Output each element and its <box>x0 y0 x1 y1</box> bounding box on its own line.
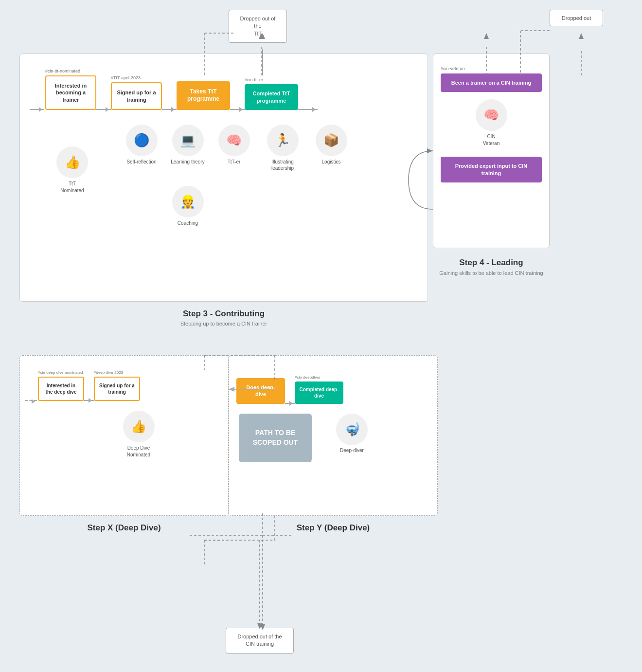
cin-veteran: 🧠 CINVeteran <box>433 99 549 147</box>
node1-wrapper: #cin-ttt-nominated Interested in becomin… <box>45 69 96 110</box>
node4-box[interactable]: Completed TtT programme <box>245 84 298 110</box>
step4-node1-box[interactable]: Been a trainer on a CIN training <box>441 73 542 92</box>
icon-logistics: 📦 Logistics <box>312 125 351 171</box>
channel1-label: #cin-ttt-nominated <box>45 69 96 73</box>
node2-wrapper: #TtT-april-2023 Signed up for a training <box>111 75 162 110</box>
dropout-cin-box: Dropped out of the CIN training <box>226 628 294 654</box>
dd-channel2-label: #deep-dive-2023 <box>94 370 140 375</box>
step4-channel1-label: #cin-veteran <box>441 66 542 71</box>
dd-node1-box[interactable]: Interested in the deep dive <box>38 377 84 401</box>
svg-marker-4 <box>579 33 584 39</box>
svg-marker-15 <box>484 33 489 39</box>
node1-box[interactable]: Interested in becoming a trainer <box>45 75 96 110</box>
node2-box[interactable]: Signed up for a training <box>111 82 162 110</box>
dd-node4-wrapper: #cin-deepdiver Completed deep-dive <box>295 375 343 404</box>
deep-diver: 🤿 Deep-diver <box>336 414 368 453</box>
dropout-right-box: Dropped out <box>550 10 603 26</box>
scoped-box: PATH TO BE SCOPED OUT <box>239 414 312 462</box>
step4-label: Step 4 - Leading Gaining skills to be ab… <box>433 258 550 277</box>
dd-node1-wrapper: #cin-deep-dive-nominated Interested in t… <box>38 370 84 401</box>
icon-self-reflection: 🔵 Self-reflection <box>122 125 161 171</box>
channel4-label: #cin-ttt-er <box>245 77 298 82</box>
dd-nominated: 👍 Deep DiveNominated <box>49 411 228 458</box>
step3-container: #cin-ttt-nominated Interested in becomin… <box>19 54 428 302</box>
node3-box[interactable]: Takes TtT programme <box>177 81 230 110</box>
step4-node2-box[interactable]: Provided expert input to CIN training <box>441 157 542 182</box>
node4-wrapper: #cin-ttt-er Completed TtT programme <box>245 77 298 110</box>
step4-container: #cin-veteran Been a trainer on a CIN tra… <box>433 54 550 248</box>
dd-node4-box[interactable]: Completed deep-dive <box>295 381 343 404</box>
stepy-label: Step Y (Deep Dive) <box>229 523 438 533</box>
dd-node3-wrapper: Does deep-dive <box>236 370 285 404</box>
dd-node2-box[interactable]: Signed up for a training <box>94 377 140 401</box>
stepx-label: Step X (Deep Dive) <box>19 523 229 533</box>
icon-tit-er: 🧠 TtT-er <box>214 125 253 171</box>
icon-coaching: 👷 Coaching <box>168 186 207 226</box>
dropout-tit-box: Dropped out of the TtT <box>229 10 287 43</box>
node3-wrapper: Takes TtT programme <box>177 73 230 110</box>
icon-illustrating-leadership: 🏃 Illustrating leadership <box>261 125 304 171</box>
dd-channel1-label: #cin-deep-dive-nominated <box>38 370 84 375</box>
icon-learning-theory: 💻 Learning theory <box>168 125 207 171</box>
dd-node2-wrapper: #deep-dive-2023 Signed up for a training <box>94 370 140 401</box>
step3-label: Step 3 - Contributing Stepping up to bec… <box>19 309 428 327</box>
stepy-box: Does deep-dive #cin-deepdiver Completed … <box>229 355 438 516</box>
stepx-box: #cin-deep-dive-nominated Interested in t… <box>19 355 229 516</box>
dd-channel4-label: #cin-deepdiver <box>295 375 343 380</box>
channel2-label: #TtT-april-2023 <box>111 75 162 80</box>
dd-node3-box[interactable]: Does deep-dive <box>236 378 285 404</box>
tit-nominated: 👍 TtTNominated <box>56 146 88 194</box>
